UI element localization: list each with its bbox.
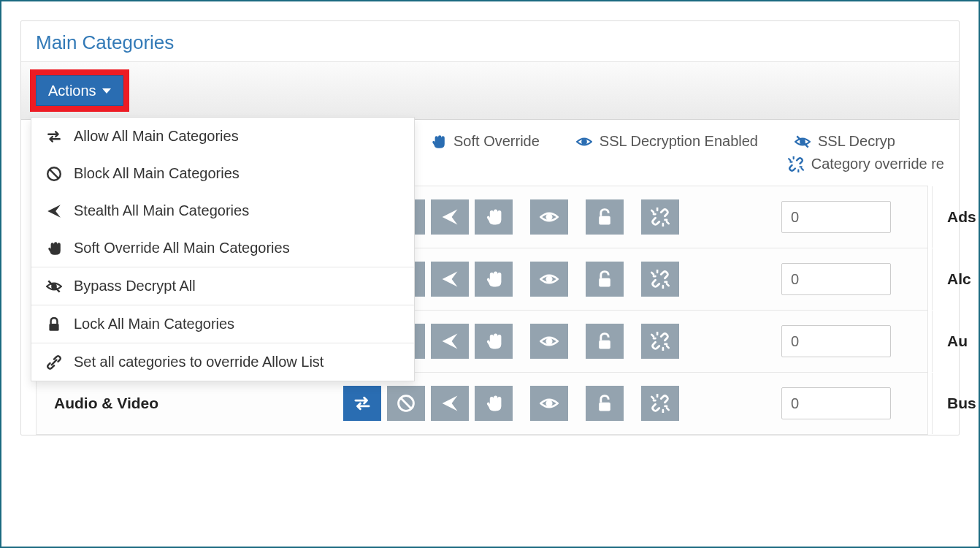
eye-slash-icon — [46, 278, 62, 294]
stealth-button[interactable] — [431, 199, 469, 235]
menu-item-override-allow-list[interactable]: Set all categories to override Allow Lis… — [31, 343, 414, 381]
spacer — [518, 324, 524, 359]
menu-label: Bypass Decrypt All — [74, 278, 196, 294]
menu-item-stealth-all[interactable]: Stealth All Main Categories — [31, 192, 414, 229]
count-input[interactable] — [781, 325, 891, 357]
ssl-decrypt-button[interactable] — [530, 324, 568, 359]
spacer — [629, 199, 635, 235]
count-input[interactable] — [781, 263, 891, 295]
menu-label: Soft Override All Main Categories — [74, 240, 290, 256]
block-button[interactable] — [387, 386, 425, 421]
spacer — [629, 386, 635, 421]
menu-label: Set all categories to override Allow Lis… — [74, 354, 324, 370]
spacer — [518, 262, 524, 297]
lock-button[interactable] — [586, 199, 624, 235]
menu-item-block-all[interactable]: Block All Main Categories — [31, 155, 414, 192]
category-right-label: Bus — [932, 373, 980, 434]
menu-label: Allow All Main Categories — [74, 128, 239, 145]
menu-label: Block All Main Categories — [74, 165, 240, 182]
ssl-decrypt-button[interactable] — [530, 199, 568, 235]
override-chain-button[interactable] — [641, 262, 679, 297]
lock-button[interactable] — [586, 262, 624, 297]
ssl-decrypt-button[interactable] — [530, 262, 568, 297]
menu-item-bypass-decrypt-all[interactable]: Bypass Decrypt All — [31, 267, 414, 305]
actions-label: Actions — [48, 82, 96, 99]
stealth-button[interactable] — [431, 386, 469, 421]
override-chain-button[interactable] — [641, 386, 679, 421]
actions-dropdown-menu: Allow All Main Categories Block All Main… — [31, 117, 415, 381]
category-right-label: Au — [932, 311, 980, 372]
spacer — [518, 386, 524, 421]
category-right-label: Ads — [932, 186, 980, 248]
menu-label: Lock All Main Categories — [74, 316, 234, 332]
override-chain-button[interactable] — [641, 324, 679, 359]
menu-item-allow-all[interactable]: Allow All Main Categories — [31, 118, 414, 155]
table-row: Audio & Video Bus — [36, 373, 928, 435]
spacer — [574, 262, 580, 297]
toolbar: Actions — [21, 62, 959, 120]
lock-icon — [46, 316, 62, 332]
menu-label: Stealth All Main Categories — [74, 202, 249, 219]
swap-icon — [46, 129, 62, 145]
stealth-button[interactable] — [431, 262, 469, 297]
spacer — [574, 199, 580, 235]
count-input[interactable] — [781, 387, 891, 419]
legend-soft-override: Soft Override — [430, 133, 540, 150]
spacer — [574, 386, 580, 421]
spacer — [629, 262, 635, 297]
category-right-label: Alc — [932, 248, 980, 310]
lock-button[interactable] — [586, 386, 624, 421]
menu-item-lock-all[interactable]: Lock All Main Categories — [31, 305, 414, 343]
menu-item-soft-override-all[interactable]: Soft Override All Main Categories — [31, 229, 414, 267]
hand-icon — [46, 240, 62, 256]
spacer — [629, 324, 635, 359]
spacer — [574, 324, 580, 359]
actions-highlight: Actions — [30, 69, 129, 112]
override-chain-button[interactable] — [641, 199, 679, 235]
block-icon — [46, 166, 62, 182]
soft-override-button[interactable] — [475, 199, 513, 235]
count-input[interactable] — [781, 201, 891, 233]
actions-dropdown-button[interactable]: Actions — [36, 75, 123, 106]
caret-down-icon — [102, 88, 111, 94]
panel-title: Main Categories — [21, 21, 959, 62]
lock-button[interactable] — [586, 324, 624, 359]
category-name: Audio & Video — [37, 395, 343, 412]
allow-button[interactable] — [343, 386, 381, 421]
stealth-button[interactable] — [431, 324, 469, 359]
chain-icon — [46, 354, 62, 370]
legend-ssl-enabled: SSL Decryption Enabled — [576, 133, 758, 150]
legend-category-override: Category override re — [788, 156, 944, 172]
spacer — [518, 199, 524, 235]
soft-override-button[interactable] — [475, 262, 513, 297]
soft-override-button[interactable] — [475, 324, 513, 359]
plane-icon — [46, 203, 62, 219]
soft-override-button[interactable] — [475, 386, 513, 421]
ssl-decrypt-button[interactable] — [530, 386, 568, 421]
app-frame: Main Categories Actions Soft Override SS… — [0, 0, 980, 548]
legend-ssl-decrypt: SSL Decryp — [795, 133, 895, 150]
